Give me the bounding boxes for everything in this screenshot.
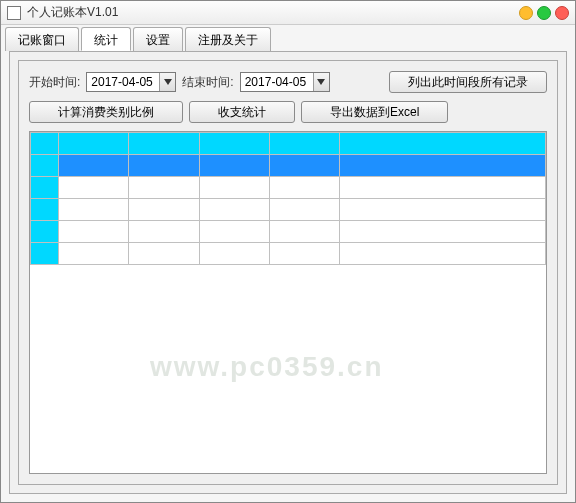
date-filter-row: 开始时间: 结束时间: 列出此时间段所有记录 [29,71,547,93]
tab-about[interactable]: 注册及关于 [185,27,271,51]
table-row[interactable] [31,199,546,221]
watermark-text-2: www.pc0359.cn [150,351,384,383]
outer-panel: www.pc0359.cn 开始时间: 结束时间: [9,51,567,494]
grid-col-header[interactable] [129,133,199,155]
start-date-input[interactable] [87,73,159,91]
grid-header-row [31,133,546,155]
titlebar: 个人记账本V1.01 [1,1,575,25]
grid-corner [31,133,59,155]
close-button[interactable] [555,6,569,20]
app-icon [7,6,21,20]
start-date-dropdown-icon[interactable] [159,73,175,91]
table-row[interactable] [31,221,546,243]
end-date-input[interactable] [241,73,313,91]
data-grid[interactable]: www.pc0359.cn [29,131,547,474]
table-row[interactable] [31,177,546,199]
table-row[interactable] [31,155,546,177]
grid-row-header[interactable] [31,243,59,265]
list-records-button[interactable]: 列出此时间段所有记录 [389,71,547,93]
tab-stats[interactable]: 统计 [81,27,131,51]
grid-row-header[interactable] [31,221,59,243]
window-title: 个人记账本V1.01 [27,4,519,21]
grid-row-header[interactable] [31,199,59,221]
grid-row-header[interactable] [31,155,59,177]
end-date-label: 结束时间: [182,74,233,91]
minimize-button[interactable] [519,6,533,20]
action-row: 计算消费类别比例 收支统计 导出数据到Excel [29,101,547,123]
grid-row-header[interactable] [31,177,59,199]
end-date-combo[interactable] [240,72,330,92]
tab-settings[interactable]: 设置 [133,27,183,51]
end-date-dropdown-icon[interactable] [313,73,329,91]
tab-ledger[interactable]: 记账窗口 [5,27,79,51]
calc-ratio-button[interactable]: 计算消费类别比例 [29,101,183,123]
export-excel-button[interactable]: 导出数据到Excel [301,101,448,123]
inner-panel: 开始时间: 结束时间: 列出此时间段所有记录 计 [18,60,558,485]
grid-col-header[interactable] [340,133,546,155]
grid-col-header[interactable] [269,133,339,155]
start-date-label: 开始时间: [29,74,80,91]
start-date-combo[interactable] [86,72,176,92]
maximize-button[interactable] [537,6,551,20]
grid-col-header[interactable] [59,133,129,155]
table-row[interactable] [31,243,546,265]
income-expense-button[interactable]: 收支统计 [189,101,295,123]
tab-strip: 记账窗口 统计 设置 注册及关于 [1,25,575,51]
grid-col-header[interactable] [199,133,269,155]
